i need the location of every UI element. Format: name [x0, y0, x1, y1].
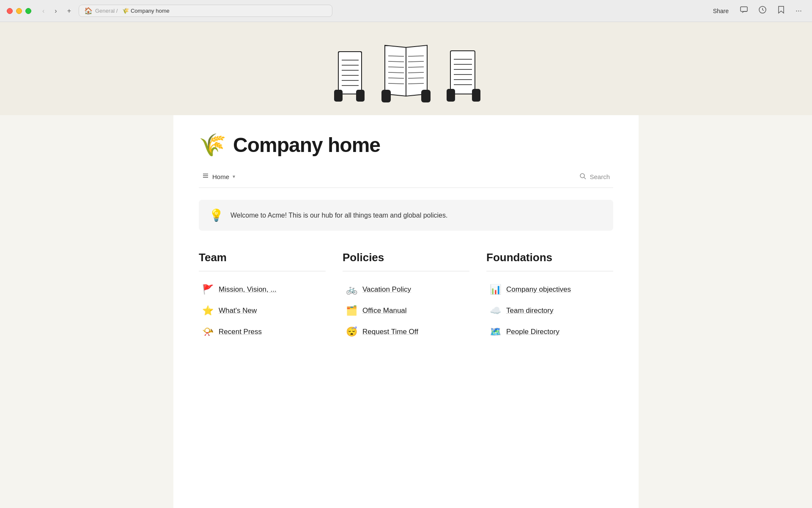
comment-button[interactable] — [736, 4, 752, 18]
item-label: Recent Press — [219, 328, 262, 336]
item-label: People Directory — [506, 328, 560, 336]
column-title-foundations: Foundations — [486, 251, 613, 264]
page-favicon: 🏠 — [84, 7, 93, 15]
bookmark-button[interactable] — [774, 4, 789, 18]
column-items-foundations: 📊Company objectives☁️Team directory🗺️Peo… — [486, 280, 613, 342]
traffic-lights — [7, 8, 31, 14]
column-items-policies: 🚲Vacation Policy🗂️Office Manual😴Request … — [343, 280, 469, 342]
list-item[interactable]: 😴Request Time Off — [343, 322, 469, 342]
item-label: Request Time Off — [362, 328, 418, 336]
page-nav: Home ▾ Search — [199, 171, 613, 188]
item-label: Office Manual — [362, 306, 407, 315]
svg-rect-35 — [472, 89, 480, 102]
tab-page-icon: 🌾 — [122, 8, 129, 14]
list-item[interactable]: 🗺️People Directory — [486, 322, 613, 342]
share-button[interactable]: Share — [709, 6, 733, 16]
list-item[interactable]: ☁️Team directory — [486, 301, 613, 320]
list-item[interactable]: 🗂️Office Manual — [343, 301, 469, 320]
search-button[interactable]: Search — [576, 171, 613, 182]
columns-container: Team🚩Mission, Vision, ...⭐What's New📯Rec… — [199, 251, 613, 342]
close-button[interactable] — [7, 8, 13, 14]
hero-illustration — [326, 30, 486, 107]
chevron-down-icon: ▾ — [233, 174, 235, 179]
callout-text: Welcome to Acme! This is our hub for all… — [230, 212, 447, 219]
svg-line-21 — [408, 67, 424, 67]
tab-page-title: Company home — [131, 8, 170, 14]
list-item[interactable]: 📯Recent Press — [199, 322, 326, 342]
page-title-row: 🌾 Company home — [199, 132, 613, 158]
item-emoji: 📊 — [490, 284, 501, 295]
svg-line-17 — [388, 78, 404, 78]
list-item[interactable]: ⭐What's New — [199, 301, 326, 320]
svg-rect-25 — [381, 90, 391, 102]
item-label: Company objectives — [506, 285, 571, 294]
item-label: Vacation Policy — [362, 285, 411, 294]
page-title: Company home — [233, 133, 380, 157]
column-divider-foundations — [486, 271, 613, 271]
list-item[interactable]: 🚲Vacation Policy — [343, 280, 469, 299]
item-label: Team directory — [506, 306, 553, 315]
svg-line-19 — [408, 56, 424, 56]
minimize-button[interactable] — [16, 8, 22, 14]
book-left — [326, 39, 372, 107]
item-emoji: 🗺️ — [490, 326, 501, 337]
more-button[interactable]: ··· — [792, 5, 805, 17]
item-emoji: ☁️ — [490, 305, 501, 316]
svg-line-22 — [408, 72, 424, 73]
svg-marker-2 — [779, 6, 784, 13]
page-body: 🌾 Company home Home ▾ — [173, 115, 639, 508]
item-emoji: 🚲 — [346, 284, 357, 295]
svg-rect-26 — [421, 90, 431, 102]
list-item[interactable]: 🚩Mission, Vision, ... — [199, 280, 326, 299]
new-tab-button[interactable]: + — [65, 6, 74, 17]
item-emoji: 🚩 — [202, 284, 214, 295]
svg-line-40 — [584, 177, 586, 179]
callout-emoji: 💡 — [209, 208, 224, 222]
svg-line-13 — [388, 56, 404, 56]
welcome-callout: 💡 Welcome to Acme! This is our hub for a… — [199, 200, 613, 231]
svg-rect-34 — [447, 89, 455, 102]
svg-point-39 — [580, 174, 584, 178]
svg-rect-11 — [334, 90, 343, 102]
book-center — [376, 35, 436, 107]
svg-rect-27 — [450, 51, 475, 94]
hero-banner — [0, 22, 812, 115]
item-label: Mission, Vision, ... — [219, 285, 277, 294]
svg-rect-12 — [356, 90, 365, 102]
address-bar[interactable]: 🏠 General / 🌾 Company home — [79, 5, 332, 17]
column-divider-policies — [343, 271, 469, 271]
column-title-team: Team — [199, 251, 326, 264]
breadcrumb: General / — [95, 8, 118, 14]
home-nav-label: Home — [212, 173, 229, 180]
book-right — [440, 39, 486, 107]
svg-line-23 — [408, 78, 424, 78]
back-button[interactable]: ‹ — [40, 6, 47, 17]
svg-line-14 — [388, 61, 404, 62]
column-policies: Policies🚲Vacation Policy🗂️Office Manual😴… — [343, 251, 469, 342]
column-team: Team🚩Mission, Vision, ...⭐What's New📯Rec… — [199, 251, 326, 342]
list-icon — [202, 172, 209, 181]
svg-line-18 — [388, 83, 404, 84]
svg-line-15 — [388, 67, 404, 67]
forward-button[interactable]: › — [52, 6, 59, 17]
home-nav-button[interactable]: Home ▾ — [199, 171, 239, 182]
titlebar-actions: Share ··· — [709, 4, 805, 18]
item-emoji: 📯 — [202, 326, 214, 337]
page-emoji: 🌾 — [199, 132, 226, 158]
column-items-team: 🚩Mission, Vision, ...⭐What's New📯Recent … — [199, 280, 326, 342]
svg-line-20 — [408, 61, 424, 62]
search-icon — [579, 173, 586, 181]
svg-rect-3 — [338, 52, 362, 94]
svg-rect-0 — [741, 7, 747, 11]
column-title-policies: Policies — [343, 251, 469, 264]
list-item[interactable]: 📊Company objectives — [486, 280, 613, 299]
item-emoji: ⭐ — [202, 305, 214, 316]
item-label: What's New — [219, 306, 257, 315]
svg-line-24 — [408, 83, 424, 84]
column-divider-team — [199, 271, 326, 271]
maximize-button[interactable] — [25, 8, 31, 14]
item-emoji: 😴 — [346, 326, 357, 337]
column-foundations: Foundations📊Company objectives☁️Team dir… — [486, 251, 613, 342]
history-button[interactable] — [755, 4, 770, 18]
svg-line-16 — [388, 72, 404, 73]
